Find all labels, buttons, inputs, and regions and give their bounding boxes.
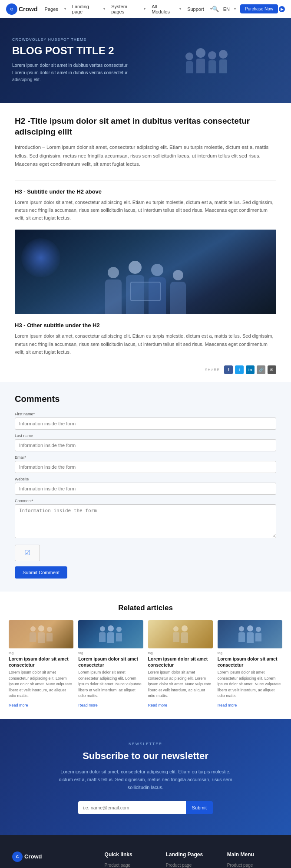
footer-link-product-1[interactable]: Product page [105, 863, 156, 868]
related-section: Related articles tag Lorem ipsum dolor s… [0, 592, 291, 719]
firstname-input[interactable] [15, 418, 276, 430]
email-input[interactable] [15, 461, 276, 473]
card-body-3: Lorem ipsum dolor sit amet consectetur a… [148, 670, 213, 699]
share-link[interactable]: 🔗 [257, 365, 265, 374]
form-group-website: Website [15, 477, 276, 495]
footer-col-title-quicklinks: Quick links [105, 852, 156, 858]
nav-pages[interactable]: Pages [45, 7, 58, 12]
related-card-img-2 [78, 620, 143, 648]
firstname-label: First name* [15, 412, 276, 416]
nav-lang[interactable]: EN [223, 7, 230, 12]
hero-people-bg [122, 18, 291, 103]
nav-right: 🔍 EN▾ Purchase Now ▶ [212, 4, 285, 13]
facebook-icon: f [228, 368, 229, 372]
nav-modules[interactable]: All Modules [152, 4, 173, 14]
footer-link-product-2[interactable]: Product page [166, 863, 218, 868]
newsletter-description: Lorem ipsum dolor sit amet, consectetur … [59, 768, 232, 791]
logo[interactable]: C Crowd [6, 3, 38, 15]
card-tag-2: tag [78, 651, 143, 655]
article-h3-body: Lorem ipsum dolor sit amet, consectetur … [15, 198, 276, 222]
footer-logo[interactable]: C Crowd [12, 852, 95, 862]
footer: C Crowd Lorem ipsum dolor sit amet, cons… [0, 835, 291, 868]
article-h3-other-body: Lorem ipsum dolor sit amet, consectetur … [15, 332, 276, 355]
article-h3-other: H3 - Other subtitle under the H2 [15, 322, 276, 329]
newsletter-form: Submit ▶ [78, 801, 213, 814]
list-item: tag Lorem ipsum dolor sit amet consectet… [218, 620, 282, 708]
search-icon[interactable]: 🔍 [212, 6, 219, 12]
card-body-4: Lorem ipsum dolor sit amet consectetur a… [218, 670, 282, 699]
lastname-label: Last name [15, 434, 276, 438]
related-card-img-1 [9, 620, 73, 648]
article-h2: H2 -Title ipsum dolor sit amet in dubitu… [15, 116, 276, 137]
recaptcha-icon: ☑ [24, 549, 30, 557]
nav-system[interactable]: System pages [111, 4, 138, 14]
footer-top: C Crowd Lorem ipsum dolor sit amet, cons… [12, 852, 279, 868]
form-group-comment: Comment* [15, 499, 276, 539]
article-intro: Introduction – Lorem ipsum dolor sit ame… [15, 143, 276, 169]
article-image-people [15, 230, 276, 314]
hero-section: CrowdVolley HubSpot Theme BLOG POST TITL… [0, 18, 291, 103]
card-tag-4: tag [218, 651, 282, 655]
card-title-2: Lorem ipsum dolor sit amet consectetur [78, 656, 143, 668]
card-body-2: Lorem ipsum dolor sit amet consectetur a… [78, 670, 143, 699]
newsletter-label: NEWSLETTER [13, 742, 278, 746]
card-tag-3: tag [148, 651, 213, 655]
hero-title: BLOG POST TITLE 2 [12, 45, 138, 56]
article-section: H2 -Title ipsum dolor sit amet in dubitu… [0, 103, 291, 382]
related-title: Related articles [9, 604, 282, 612]
recaptcha[interactable]: ☑ [15, 545, 40, 561]
email-icon: ✉ [270, 368, 274, 372]
logo-text: Crowd [19, 6, 38, 13]
read-more-4[interactable]: Read more [218, 703, 237, 707]
share-bar: SHARE f t in 🔗 ✉ [15, 360, 276, 378]
share-facebook[interactable]: f [224, 365, 233, 374]
website-input[interactable] [15, 483, 276, 495]
share-label: SHARE [205, 368, 220, 372]
logo-circle: C [6, 3, 17, 15]
newsletter-submit-button[interactable]: Submit [186, 801, 213, 814]
share-linkedin[interactable]: in [246, 365, 255, 374]
footer-logo-text: Crowd [24, 853, 42, 860]
hero-description: Lorem ipsum dolor sit amet in dubitus ve… [12, 62, 138, 83]
footer-landing-col: Landing Pages Product page bout page Res… [166, 852, 218, 868]
link-icon: 🔗 [259, 368, 264, 372]
purchase-button[interactable]: Purchase Now [240, 4, 278, 13]
nav-landing[interactable]: Landing page [72, 4, 97, 14]
submit-comment-button[interactable]: Submit Comment [15, 566, 67, 579]
footer-brand-col: C Crowd Lorem ipsum dolor sit amet, cons… [12, 852, 95, 868]
lastname-input[interactable] [15, 439, 276, 451]
read-more-3[interactable]: Read more [148, 703, 168, 707]
share-email[interactable]: ✉ [268, 365, 276, 374]
read-more-1[interactable]: Read more [9, 703, 28, 707]
twitter-icon: t [239, 368, 240, 372]
read-more-2[interactable]: Read more [78, 703, 98, 707]
footer-mainmenu-col: Main Menu Product page bout page Resourc… [227, 852, 279, 868]
article-h3-subtitle: H3 - Subtitle under the H2 above [15, 188, 276, 195]
related-card-img-4 [218, 620, 282, 648]
footer-logo-circle: C [12, 852, 23, 862]
card-body-1: Lorem ipsum dolor sit amet consectetur a… [9, 670, 73, 699]
newsletter-title: Subscribe to our newsletter [13, 750, 278, 762]
form-group-firstname: First name* [15, 412, 276, 430]
list-item: tag Lorem ipsum dolor sit amet consectet… [78, 620, 143, 708]
nav-support[interactable]: Support [187, 7, 204, 12]
linkedin-icon: in [248, 368, 252, 372]
email-label: Email* [15, 455, 276, 460]
share-twitter[interactable]: t [235, 365, 244, 374]
comments-section: Comments First name* Last name Email* We… [0, 382, 291, 592]
card-title-4: Lorem ipsum dolor sit amet consectetur [218, 656, 282, 668]
form-group-lastname: Last name [15, 434, 276, 451]
article-image [15, 230, 276, 314]
footer-col-title-mainmenu: Main Menu [227, 852, 279, 858]
comment-textarea[interactable] [15, 504, 276, 538]
related-card-img-3 [148, 620, 213, 648]
card-tag-1: tag [9, 651, 73, 655]
website-label: Website [15, 477, 276, 481]
list-item: tag Lorem ipsum dolor sit amet consectet… [148, 620, 213, 708]
hero-content: CrowdVolley HubSpot Theme BLOG POST TITL… [12, 37, 138, 83]
list-item: tag Lorem ipsum dolor sit amet consectet… [9, 620, 73, 708]
newsletter-input[interactable] [78, 801, 186, 814]
navbar: C Crowd Pages▾ Landing page▾ System page… [0, 0, 291, 18]
footer-link-product-3[interactable]: Product page [227, 863, 279, 868]
related-grid: tag Lorem ipsum dolor sit amet consectet… [9, 620, 282, 708]
